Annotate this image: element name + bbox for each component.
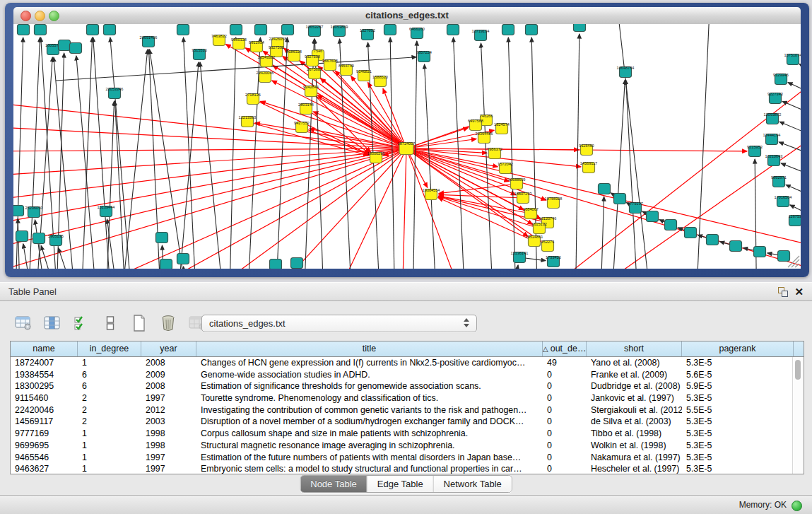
graph-edge[interactable] [302, 127, 369, 155]
graph-node[interactable]: 1572042 [498, 162, 513, 174]
close-panel-icon[interactable]: ✕ [794, 285, 804, 299]
graph-node[interactable]: 9242844 [303, 85, 319, 97]
graph-node[interactable]: 7463822 [211, 34, 227, 46]
graph-node[interactable]: 9227343 [767, 92, 783, 104]
graph-node[interactable]: 2675685 [307, 67, 322, 79]
graph-node[interactable]: 6497568 [468, 119, 483, 131]
graph-node[interactable]: 7515526 [192, 48, 207, 60]
network-view-window[interactable]: citations_edges.txt 18724007746382298601… [5, 3, 809, 277]
graph-node[interactable] [87, 25, 99, 35]
graph-node[interactable]: 16210643 [765, 154, 783, 166]
graph-node[interactable]: 20364486 [476, 132, 493, 144]
graph-edge[interactable] [81, 37, 93, 269]
tab-edge-table[interactable]: Edge Table [367, 476, 434, 492]
graph-edge[interactable] [799, 64, 801, 88]
graph-node[interactable]: 9129946 [773, 73, 789, 85]
graph-node[interactable] [70, 43, 82, 54]
table-scrollbar[interactable] [792, 357, 804, 474]
delete-column-icon[interactable] [159, 314, 177, 332]
graph-edge[interactable] [695, 24, 710, 269]
graph-node[interactable]: 15136141 [511, 251, 529, 263]
graph-edge[interactable] [402, 148, 406, 269]
column-header[interactable]: pagerank [682, 341, 794, 356]
graph-node[interactable] [270, 259, 282, 269]
table-row[interactable]: 1830029562008Estimation of significance … [11, 380, 804, 392]
graph-node[interactable]: 18300295 [367, 151, 385, 163]
graph-node[interactable]: 2667608 [322, 59, 338, 71]
graph-node[interactable]: 8454749 [339, 64, 354, 76]
graph-node[interactable]: 10653287 [306, 25, 324, 37]
graph-node[interactable]: 16053809 [331, 25, 348, 37]
graph-node[interactable]: 10688609 [508, 177, 526, 189]
graph-node[interactable]: 19384554 [423, 188, 440, 200]
graph-edge[interactable] [18, 218, 20, 269]
network-canvas[interactable]: 1872400774638229860128891295422426058932… [13, 24, 801, 269]
column-header[interactable]: short [587, 341, 682, 356]
graph-edge[interactable] [184, 267, 187, 269]
graph-hub-node[interactable]: 18724007 [398, 141, 416, 155]
graph-node[interactable]: 5905135 [48, 234, 64, 246]
graph-node[interactable]: 9892971 [771, 175, 787, 187]
graph-node[interactable] [502, 25, 514, 35]
graph-node[interactable]: 20691406 [140, 35, 158, 47]
show-columns-icon[interactable] [43, 314, 61, 332]
graph-edge[interactable] [23, 244, 36, 269]
row-height-icon[interactable] [101, 314, 119, 332]
graph-edge[interactable] [229, 37, 236, 269]
graph-edge[interactable] [600, 197, 604, 269]
graph-node[interactable]: 12093872 [764, 112, 782, 124]
graph-node[interactable]: 17016504 [775, 195, 792, 207]
graph-node[interactable]: 16543382 [258, 55, 276, 67]
graph-node[interactable]: 6779197 [628, 201, 643, 214]
graph-node[interactable]: 22420046 [257, 71, 274, 83]
column-header[interactable]: year [141, 341, 196, 356]
graph-node[interactable]: 9215953 [747, 145, 763, 157]
graph-node[interactable] [230, 25, 242, 35]
graph-node[interactable]: 12213393 [239, 115, 257, 127]
window-titlebar[interactable]: citations_edges.txt [13, 7, 801, 25]
graph-node[interactable]: 12444194 [763, 133, 781, 145]
graph-node[interactable]: 9427552 [294, 121, 310, 133]
table-row[interactable]: 946554611997Estimation of the future num… [11, 452, 804, 464]
graph-node[interactable]: 252274 [541, 240, 555, 252]
graph-edge[interactable] [508, 265, 518, 269]
graph-edge[interactable] [453, 37, 466, 269]
graph-node[interactable]: 20053346 [106, 87, 124, 99]
table-row[interactable]: 911546021997Tourette syndrome. Phenomeno… [11, 392, 804, 404]
graph-node[interactable]: 116753 [789, 214, 801, 226]
graph-node[interactable]: 2803144 [298, 103, 314, 115]
graph-edge[interactable] [438, 198, 534, 241]
graph-edge[interactable] [575, 34, 579, 269]
graph-node[interactable] [16, 231, 28, 242]
graph-node[interactable]: 1824574 [494, 122, 510, 134]
graph-node[interactable]: 8912954 [249, 40, 264, 52]
network-table-select[interactable]: citations_edges.txt [201, 315, 477, 332]
graph-node[interactable] [447, 25, 459, 35]
graph-node[interactable] [384, 25, 396, 35]
graph-node[interactable] [526, 25, 538, 35]
graph-node[interactable] [18, 25, 30, 35]
graph-node[interactable]: 9684067 [523, 207, 539, 219]
graph-node[interactable]: 19756928 [545, 197, 563, 209]
graph-edge[interactable] [439, 184, 517, 194]
table-row[interactable]: 969969511998Structural magnetic resonanc… [11, 440, 804, 452]
graph-node[interactable]: 8813054 [572, 24, 587, 32]
graph-node[interactable] [282, 25, 294, 35]
graph-edge[interactable] [626, 80, 639, 269]
graph-node[interactable] [33, 233, 45, 244]
graph-node[interactable]: 25206050 [25, 206, 43, 218]
graph-node[interactable] [614, 194, 626, 204]
graph-node[interactable] [59, 40, 71, 51]
graph-node[interactable]: 9327508 [305, 54, 320, 66]
graph-node[interactable] [104, 25, 116, 35]
graph-node[interactable]: 7986372 [487, 147, 502, 159]
graph-node[interactable] [156, 233, 168, 243]
graph-node[interactable] [707, 235, 719, 245]
table-scrollbar-thumb[interactable] [795, 360, 801, 380]
graph-node[interactable] [599, 184, 611, 194]
graph-node[interactable]: 8186328 [286, 49, 302, 62]
column-header[interactable]: title [196, 341, 543, 356]
graph-edge[interactable] [41, 246, 64, 269]
graph-node[interactable] [291, 258, 303, 269]
table-row[interactable]: 1872400712008Changes of HCN gene express… [11, 357, 804, 369]
